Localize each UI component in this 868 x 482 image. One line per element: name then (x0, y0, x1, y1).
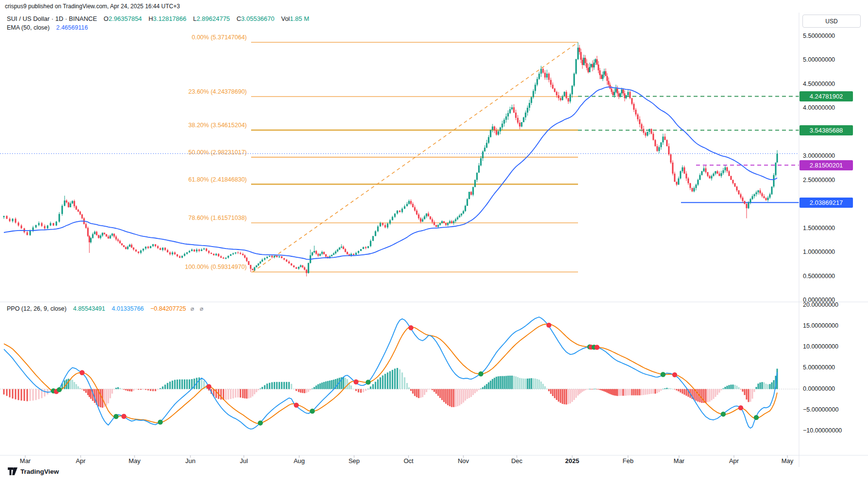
ppo-histogram-bar (533, 378, 534, 389)
ppo-histogram-bar (705, 389, 707, 403)
candlestick (762, 193, 763, 196)
candlestick (204, 249, 205, 249)
ppo-histogram-bar (655, 389, 656, 394)
candlestick (579, 48, 580, 52)
ppo-histogram-bar (732, 384, 734, 389)
ppo-histogram-bar (27, 389, 28, 401)
ppo-histogram-bar (746, 389, 748, 400)
ppo-histogram-bar (578, 389, 579, 396)
ppo-histogram-bar (293, 389, 295, 389)
tradingview-logo[interactable]: TradingView (8, 467, 59, 475)
candlestick (604, 71, 605, 75)
candlestick (68, 202, 69, 207)
candlestick (38, 223, 40, 225)
candlestick (742, 198, 744, 201)
candlestick (160, 248, 161, 250)
ppo-histogram-bar (314, 387, 315, 389)
candlestick (556, 92, 558, 95)
ppo-histogram-bar (760, 382, 761, 389)
candlestick (370, 241, 372, 246)
candlestick (248, 261, 250, 265)
candlestick (138, 251, 139, 253)
candlestick (66, 200, 68, 202)
ppo-tick-label: 0.00000000 (803, 385, 835, 392)
ppo-histogram-bar (377, 380, 379, 389)
candlestick (318, 254, 319, 256)
candlestick (445, 223, 447, 225)
candlestick (599, 70, 601, 75)
ppo-histogram-bar (184, 380, 186, 389)
candlestick (701, 171, 703, 175)
candlestick (408, 201, 410, 204)
ppo-histogram-bar (465, 389, 466, 401)
candlestick (475, 180, 476, 187)
bearish-cross-dot (294, 402, 299, 407)
candlestick (74, 201, 75, 206)
candlestick (191, 249, 193, 251)
ppo-histogram-bar (363, 389, 364, 393)
ppo-histogram-bar (174, 380, 176, 389)
ppo-histogram-bar (248, 389, 250, 399)
currency-toggle-button[interactable]: USD (802, 15, 861, 28)
ppo-histogram-bar (473, 389, 474, 395)
ppo-histogram-bar (698, 389, 699, 402)
candlestick (760, 190, 761, 193)
ppo-histogram-bar (235, 389, 237, 398)
candlestick (145, 247, 147, 249)
ppo-histogram-bar (85, 389, 87, 393)
candlestick (510, 109, 511, 113)
ppo-histogram-bar (68, 379, 69, 389)
candlestick (123, 245, 125, 247)
ppo-line-value: 4.01335766 (112, 305, 144, 312)
candlestick (331, 255, 333, 256)
ppo-histogram-bar (624, 389, 626, 396)
ppo-histogram-bar (296, 389, 297, 391)
candlestick (457, 217, 459, 219)
candlestick (104, 233, 105, 234)
candlestick (373, 236, 374, 241)
ppo-histogram-bar (407, 383, 408, 389)
candlestick (698, 180, 699, 185)
bearish-cross-dot (408, 325, 413, 330)
candlestick (659, 147, 660, 151)
ppo-histogram-bar (129, 389, 131, 392)
candlestick (312, 252, 313, 255)
ppo-histogram-bar (408, 387, 410, 389)
candlestick (736, 186, 738, 190)
candlestick (412, 204, 414, 207)
candlestick (529, 103, 530, 108)
candlestick (368, 246, 369, 248)
candlestick (284, 258, 285, 260)
candlestick (610, 84, 611, 88)
candlestick (666, 140, 668, 146)
ppo-histogram-bar (773, 380, 775, 389)
ema-50-line (4, 87, 777, 259)
candlestick (179, 256, 181, 258)
ppo-histogram-bar (738, 387, 740, 389)
candlestick (628, 92, 629, 95)
ppo-histogram-bar (399, 369, 401, 389)
candlestick (125, 247, 127, 249)
chart-plot-area[interactable]: 0.00% (5.37147064)23.60% (4.24378690)38.… (0, 0, 868, 482)
candlestick (114, 233, 115, 236)
ppo-histogram-bar (351, 385, 352, 389)
candlestick (21, 226, 22, 229)
ppo-histogram-bar (604, 389, 605, 392)
ppo-histogram-bar (657, 389, 658, 393)
ppo-histogram-bar (615, 389, 617, 396)
candlestick (725, 167, 726, 170)
ppo-hidden-icons[interactable]: ⌀ ⌀ (190, 305, 205, 312)
candlestick (225, 258, 227, 259)
ppo-histogram-bar (6, 389, 8, 396)
candlestick (242, 254, 244, 255)
ppo-histogram-bar (302, 389, 304, 393)
ppo-histogram-bar (123, 389, 125, 390)
candlestick (674, 174, 676, 182)
ppo-histogram-bar (684, 389, 685, 395)
candlestick (260, 262, 261, 264)
ppo-tick-label: 10.00000000 (803, 343, 838, 350)
high-value: 3.12817866 (153, 15, 187, 22)
ppo-histogram-bar (76, 384, 77, 389)
ppo-tick-label: −5.00000000 (803, 406, 838, 413)
candlestick (131, 245, 133, 248)
